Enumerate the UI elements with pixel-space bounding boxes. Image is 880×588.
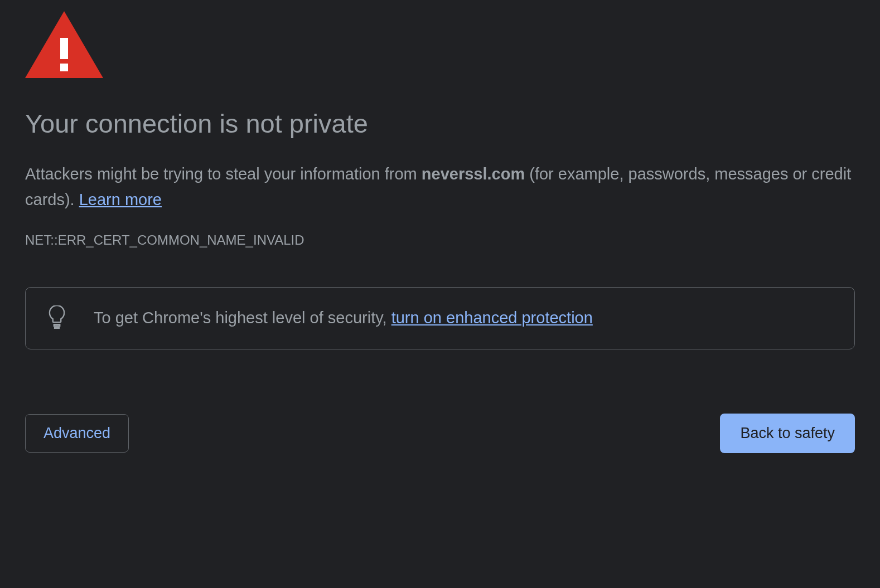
learn-more-link[interactable]: Learn more (79, 191, 162, 208)
error-description: Attackers might be trying to steal your … (25, 161, 855, 213)
button-row: Advanced Back to safety (25, 414, 855, 453)
lightbulb-icon (48, 305, 66, 331)
svg-rect-1 (60, 38, 68, 59)
description-domain: neverssl.com (422, 165, 525, 183)
error-code-text: NET::ERR_CERT_COMMON_NAME_INVALID (25, 232, 855, 248)
suggestion-text: To get Chrome's highest level of securit… (94, 309, 593, 327)
svg-rect-2 (60, 64, 68, 71)
description-prefix: Attackers might be trying to steal your … (25, 165, 422, 183)
error-page-container: Your connection is not private Attackers… (0, 0, 880, 478)
warning-triangle-icon (25, 11, 855, 80)
advanced-button[interactable]: Advanced (25, 414, 129, 453)
page-heading: Your connection is not private (25, 108, 855, 139)
back-to-safety-button[interactable]: Back to safety (720, 414, 855, 453)
enhanced-protection-link[interactable]: turn on enhanced protection (391, 309, 593, 327)
suggestion-prefix: To get Chrome's highest level of securit… (94, 309, 391, 327)
enhanced-protection-suggestion: To get Chrome's highest level of securit… (25, 287, 855, 349)
